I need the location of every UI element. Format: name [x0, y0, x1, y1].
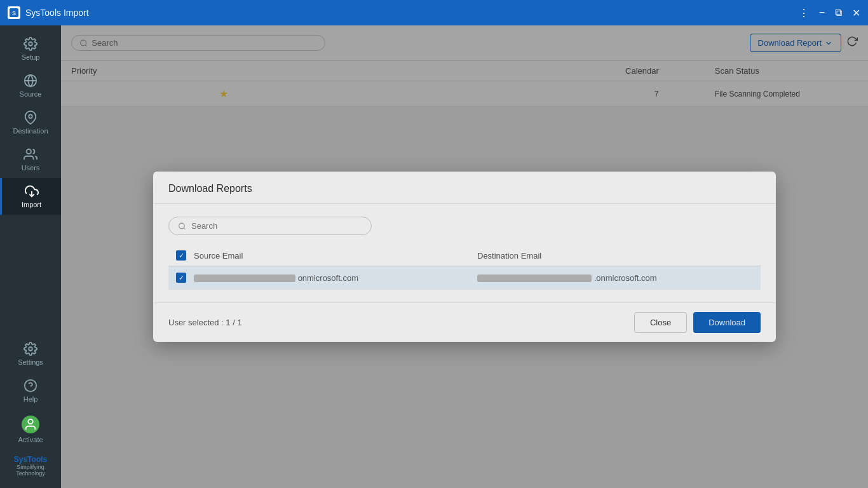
- sidebar-source-label: Source: [20, 90, 42, 98]
- row-checkbox[interactable]: [176, 273, 186, 283]
- svg-text:S: S: [12, 10, 16, 17]
- dest-email-col-header: Destination Email: [477, 251, 753, 261]
- sidebar-item-users[interactable]: Users: [0, 141, 61, 178]
- sidebar-setup-label: Setup: [22, 53, 40, 61]
- modal-search-input[interactable]: [191, 221, 362, 231]
- close-button[interactable]: Close: [634, 312, 687, 333]
- title-bar-left: S SysTools Import: [8, 6, 89, 19]
- sidebar-settings-label: Settings: [18, 358, 43, 366]
- sidebar: Setup Source Destination Users Import: [0, 25, 61, 488]
- sidebar-users-label: Users: [22, 164, 40, 172]
- modal-table-row: onmicrosoft.com .onmicrosoft.com: [168, 266, 761, 290]
- user-selected-count: User selected : 1 / 1: [168, 318, 242, 327]
- systools-logo: SysTools Simplifying Technology: [0, 450, 61, 482]
- more-options-button[interactable]: ⋮: [799, 7, 809, 19]
- sidebar-help-label: Help: [24, 395, 38, 403]
- source-email-blurred: [194, 274, 295, 282]
- modal-search-box[interactable]: [168, 217, 372, 235]
- sidebar-import-label: Import: [22, 201, 41, 208]
- modal-title: Download Reports: [168, 183, 761, 194]
- svg-point-8: [29, 347, 32, 351]
- app-icon: S: [8, 6, 20, 19]
- close-button[interactable]: ✕: [852, 7, 860, 19]
- app-body: Setup Source Destination Users Import: [0, 25, 868, 488]
- download-button[interactable]: Download: [693, 312, 761, 333]
- app-title: SysTools Import: [25, 8, 89, 18]
- sidebar-bottom: Settings Help Activate SysTools Simplify…: [0, 336, 61, 488]
- activate-icon: [22, 416, 39, 433]
- svg-line-15: [184, 227, 185, 229]
- sidebar-item-settings[interactable]: Settings: [0, 336, 61, 372]
- modal-search-icon: [178, 222, 186, 231]
- logo-text: SysTools: [5, 455, 56, 464]
- sidebar-item-help[interactable]: Help: [0, 372, 61, 409]
- content-area: Download Report Priority Calendar Scan S…: [61, 25, 868, 488]
- source-email-value: onmicrosoft.com: [194, 273, 470, 283]
- sidebar-item-source[interactable]: Source: [0, 67, 61, 104]
- svg-point-14: [179, 223, 185, 229]
- source-email-col-header: Source Email: [194, 251, 470, 261]
- maximize-button[interactable]: ⧉: [835, 7, 842, 19]
- sidebar-item-activate[interactable]: Activate: [0, 409, 61, 450]
- svg-point-11: [28, 419, 32, 424]
- modal-footer-buttons: Close Download: [634, 312, 761, 333]
- modal-body: Source Email Destination Email onmicroso…: [153, 204, 776, 302]
- sidebar-destination-label: Destination: [13, 127, 48, 135]
- modal-footer: User selected : 1 / 1 Close Download: [153, 302, 776, 342]
- sidebar-activate-label: Activate: [18, 436, 43, 444]
- dest-email-value: .onmicrosoft.com: [477, 273, 753, 283]
- minimize-button[interactable]: −: [819, 7, 825, 19]
- sidebar-item-destination[interactable]: Destination: [0, 104, 61, 141]
- select-all-checkbox[interactable]: [176, 250, 186, 261]
- source-email-domain: onmicrosoft.com: [298, 273, 358, 283]
- svg-point-2: [29, 42, 32, 46]
- window-controls: ⋮ − ⧉ ✕: [799, 7, 860, 19]
- svg-point-6: [27, 149, 31, 154]
- modal-table-header: Source Email Destination Email: [168, 245, 761, 266]
- svg-point-5: [29, 114, 32, 118]
- download-reports-modal: Download Reports Source Email Destinatio…: [153, 172, 776, 342]
- dest-email-blurred: [477, 274, 592, 282]
- sidebar-item-import[interactable]: Import: [0, 178, 61, 215]
- title-bar: S SysTools Import ⋮ − ⧉ ✕: [0, 0, 868, 25]
- dest-email-domain: .onmicrosoft.com: [594, 273, 657, 283]
- logo-sub: Simplifying Technology: [5, 464, 56, 477]
- sidebar-item-setup[interactable]: Setup: [0, 30, 61, 67]
- modal-header: Download Reports: [153, 172, 776, 204]
